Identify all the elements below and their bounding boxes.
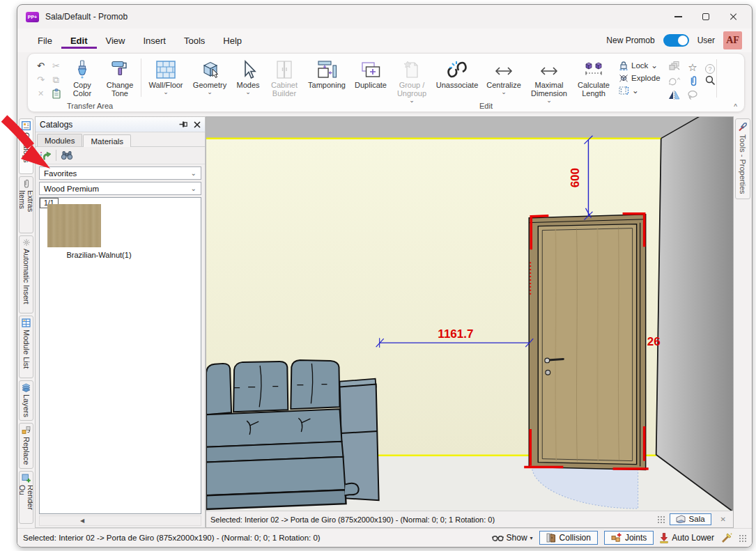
brick-wall-icon (155, 60, 176, 79)
joints-button[interactable]: Joints (604, 531, 654, 545)
chevron-down-icon: ⌄ (632, 86, 639, 95)
paste-button[interactable] (49, 87, 63, 100)
collision-button[interactable]: Collision (539, 531, 598, 545)
group-page-icon (403, 60, 421, 79)
window-title: Sala/Default - Promob (45, 12, 128, 22)
cut-button[interactable]: ✂ (49, 59, 63, 72)
materials-list: 1/1 Brazilian-Walnut(1) (39, 197, 201, 514)
duplicate-icon (360, 61, 381, 79)
help-button[interactable]: ? (705, 61, 715, 74)
sidebar-tab-layers[interactable]: Layers (19, 380, 33, 421)
group-label-edit: Edit (479, 102, 493, 110)
pin-icon[interactable] (179, 121, 188, 128)
door-lock (546, 370, 550, 375)
modes-button[interactable]: Modes ⌄ (232, 57, 264, 95)
paperclip-icon (22, 179, 30, 188)
geometry-button[interactable]: Geometry ⌄ (189, 57, 231, 95)
explode-icon (619, 73, 628, 83)
lock-button[interactable]: Lock ⌄ (619, 61, 661, 70)
ribbon-separator (141, 59, 141, 97)
sidebar-tab-module-list[interactable]: Module List (19, 316, 33, 378)
viewport-selection-text: Selected: Interior 02 -> Porta de Giro (… (210, 515, 652, 524)
sidebar-tab-extras-items[interactable]: Extras Items (19, 176, 33, 233)
category-dropdown[interactable]: Favorites ⌄ (39, 166, 201, 180)
dimension-label-26: 26 (647, 335, 661, 348)
room-scene: 600 1161.7 26 (206, 117, 733, 511)
menu-view[interactable]: View (97, 32, 134, 49)
menu-tools[interactable]: Tools (175, 32, 214, 49)
catalog-dropdown[interactable]: Wood Premium ⌄ (39, 182, 201, 195)
user-label[interactable]: User (697, 36, 715, 45)
lasso-button (687, 90, 698, 103)
right-wall (656, 117, 733, 511)
maximize-button[interactable] (692, 6, 720, 27)
scene-tab-sala[interactable]: Sala (670, 513, 711, 525)
tab-tools-properties[interactable]: Tools - Properties (735, 118, 750, 199)
wall-floor-button[interactable]: Wall/Floor ⌄ (144, 57, 187, 95)
selection-box-button[interactable]: ⌄ (619, 86, 661, 95)
paste-icon (52, 88, 61, 99)
cursor-arrow-icon (240, 60, 256, 79)
title-bar: PP+ Sala/Default - Promob (17, 5, 752, 29)
refresh-catalog-icon[interactable] (40, 150, 52, 161)
lock-icon (619, 61, 628, 70)
centralize-button[interactable]: Centralize ⌄ (483, 57, 525, 95)
resize-grip[interactable] (657, 515, 665, 523)
scene-canvas[interactable]: 600 1161.7 26 (206, 117, 733, 511)
horizontal-scrollbar[interactable]: ◀ (39, 515, 201, 526)
toggle-knob (678, 36, 688, 45)
minimize-button[interactable] (664, 6, 692, 27)
cabinet-builder-button: Cabinet Builder (265, 57, 303, 98)
app-window: PP+ Sala/Default - Promob File Edit View… (17, 4, 753, 548)
explode-button[interactable]: Explode (619, 73, 661, 83)
binoculars-search-icon[interactable] (61, 150, 73, 160)
ribbon-separator (716, 59, 717, 98)
sidebar-tab-replace[interactable]: Replace (19, 423, 33, 469)
attach-button[interactable] (688, 75, 697, 89)
ribbon-collapse-button[interactable]: ^ (734, 103, 737, 111)
delete-button[interactable]: ✕ (33, 87, 48, 100)
close-panel-icon[interactable] (194, 121, 201, 128)
sidebar-tab-catalogs[interactable]: Catalogs (19, 118, 33, 174)
redo-button[interactable]: ↷ (33, 73, 48, 86)
new-promob-toggle[interactable] (663, 34, 689, 47)
sidebar-tab-render-queue[interactable]: Render Qu (19, 471, 33, 524)
horizontal-arrows-icon (493, 63, 514, 79)
show-dropdown[interactable]: Show ▾ (492, 533, 533, 543)
tab-materials[interactable]: Materials (83, 134, 131, 147)
maximal-dimension-button[interactable]: Maximal Dimension ⌄ (526, 57, 572, 103)
duplicate-button[interactable]: Duplicate (350, 57, 391, 89)
paint-roller-icon (110, 60, 130, 79)
menu-insert[interactable]: Insert (134, 32, 175, 49)
wand-icon[interactable] (720, 532, 732, 543)
misc-icon-cluster: ☆ ? (665, 60, 719, 104)
user-avatar[interactable]: AF (723, 31, 742, 49)
copy-color-button[interactable]: Copy Color (64, 57, 100, 98)
catalogs-tabs: Modules Materials (36, 132, 205, 147)
mirror-button[interactable] (668, 90, 680, 103)
close-scene-tab-icon[interactable]: ✕ (716, 515, 730, 523)
change-tone-button[interactable]: Change Tone (102, 57, 138, 98)
magic-sparkle-icon (22, 238, 31, 247)
replace-icon (22, 426, 31, 435)
material-swatch-brazilian-walnut[interactable] (47, 204, 101, 247)
scroll-left-icon[interactable]: ◀ (80, 518, 84, 524)
menu-help[interactable]: Help (214, 32, 251, 49)
auto-lower-button[interactable]: Auto Lower (660, 533, 714, 543)
calculate-length-button[interactable]: Calculate Length (573, 57, 614, 98)
undo-button[interactable]: ↶ (33, 59, 48, 72)
tamponing-button[interactable]: Tamponing (304, 57, 349, 89)
unassociate-button[interactable]: Unassociate (433, 57, 481, 89)
tab-modules[interactable]: Modules (37, 134, 82, 146)
door-porta-de-giro[interactable] (529, 215, 645, 470)
sidebar-tab-automatic-insert[interactable]: Automatic Insert (19, 235, 33, 313)
favorite-button[interactable]: ☆ (688, 61, 697, 74)
menu-edit[interactable]: Edit (61, 32, 97, 49)
menu-file[interactable]: File (29, 32, 61, 49)
resize-grip[interactable] (739, 534, 746, 542)
copy-button[interactable]: ⧉ (49, 73, 63, 86)
viewport-3d[interactable]: 600 1161.7 26 (206, 116, 734, 528)
close-button[interactable] (720, 6, 748, 27)
search-button[interactable] (705, 75, 716, 88)
tools-icon (738, 122, 748, 132)
